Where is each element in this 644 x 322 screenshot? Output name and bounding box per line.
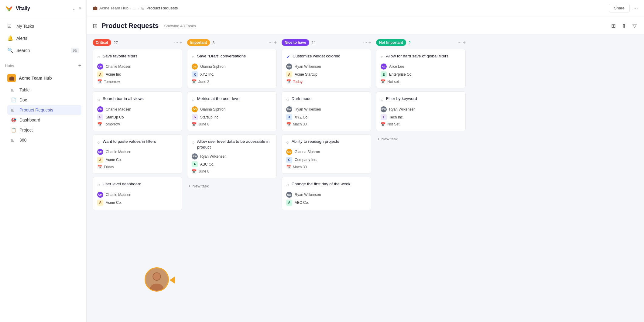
hub-name: Acme Team Hub xyxy=(19,76,52,80)
card-title: ○ Save "Draft" conversations xyxy=(192,53,272,60)
column-more-nice-to-have[interactable]: ··· xyxy=(363,40,367,45)
table-row[interactable]: ○ Ability to reassign projects GS Gianna… xyxy=(282,134,371,174)
table-row[interactable]: ○ Want to paste values in filters CM Cha… xyxy=(93,134,182,174)
card-person: GS Gianna Siphron xyxy=(192,63,272,70)
person-avatar: GS xyxy=(192,63,198,70)
column-more-not-important[interactable]: ··· xyxy=(457,40,461,45)
sidebar-item-alerts[interactable]: 🔔 Alerts xyxy=(2,32,84,44)
column-more-important[interactable]: ··· xyxy=(269,40,272,45)
company-name: StartUp Co xyxy=(106,115,124,119)
table-row[interactable]: ○ Save "Draft" conversations GS Gianna S… xyxy=(187,49,277,88)
person-name: Charlie Madsen xyxy=(106,193,131,197)
export-button[interactable]: ⬆ xyxy=(621,21,628,30)
company-icon: A xyxy=(286,200,292,206)
card-company: X XYZ Inc. xyxy=(192,71,272,77)
breadcrumb-sep1: / xyxy=(130,6,132,10)
table-row[interactable]: ○ Search bar in all views CM Charlie Mad… xyxy=(93,91,182,131)
card-date: 📅 June 8 xyxy=(192,169,272,174)
subnav-item-360[interactable]: ⊞ 360 xyxy=(7,135,81,145)
table-row[interactable]: ○ Save favorite filters CM Charlie Madse… xyxy=(93,49,182,88)
collapse-button[interactable]: ⌄ xyxy=(72,6,76,12)
breadcrumb-ellipsis[interactable]: ... xyxy=(133,6,136,10)
card-person: CM Charlie Madsen xyxy=(97,63,178,70)
hub-subnav: ⊞ Table 📄 Doc ⊞ Product Requests 🎯 Dashb… xyxy=(7,85,81,145)
date-value: June 2 xyxy=(198,80,209,84)
hub-item-acme[interactable]: 💼 Acme Team Hub xyxy=(5,71,81,85)
person-avatar: GS xyxy=(192,106,198,112)
check-icon: ○ xyxy=(192,96,195,103)
close-sidebar-button[interactable]: × xyxy=(79,6,81,12)
column-header-nice-to-have: Nice to have 11 ··· + xyxy=(282,39,371,46)
filter-button[interactable]: ▽ xyxy=(631,21,638,30)
hub-icon: 💼 xyxy=(7,74,16,82)
table-row[interactable]: ○ Allow for hard save of global filters … xyxy=(376,49,466,88)
column-add-not-important[interactable]: + xyxy=(463,40,466,45)
card-date: 📅 Today xyxy=(286,79,367,84)
sidebar-item-my-tasks[interactable]: ☑ My Tasks xyxy=(2,20,84,32)
table-row[interactable]: ✔ Customize widget coloring RW Ryan Wilk… xyxy=(282,49,371,88)
subnav-item-doc[interactable]: 📄 Doc xyxy=(7,95,81,105)
person-avatar: RW xyxy=(286,192,292,198)
hubs-header: Hubs + xyxy=(5,61,81,71)
hubs-label: Hubs xyxy=(5,63,14,68)
table-row[interactable]: ○ Filter by keyword RW Ryan Wilkensen T … xyxy=(376,91,466,131)
subnav-item-dashboard[interactable]: 🎯 Dashboard xyxy=(7,115,81,125)
subnav-item-product-requests[interactable]: ⊞ Product Requests xyxy=(7,105,81,115)
subnav-item-project[interactable]: 📋 Project xyxy=(7,125,81,135)
calendar-icon: 📅 xyxy=(192,122,197,127)
check-icon: ○ xyxy=(286,139,289,146)
cards-area-not-important: ○ Allow for hard save of global filters … xyxy=(376,49,466,146)
table-row[interactable]: ○ Metrics at the user level GS Gianna Si… xyxy=(187,91,277,131)
subnav-item-table[interactable]: ⊞ Table xyxy=(7,85,81,95)
check-icon: ○ xyxy=(97,96,100,103)
more-options-button[interactable]: ··· xyxy=(633,5,638,11)
card-meta: RW Ryan Wilkensen A Acme StartUp 📅 Today xyxy=(286,63,367,84)
plus-icon: + xyxy=(377,137,380,141)
card-meta: RW Ryan Wilkensen X XYZ Co. 📅 Mach 30 xyxy=(286,106,367,127)
calendar-icon: 📅 xyxy=(381,122,385,127)
breadcrumb-hub[interactable]: Acme Team Hub xyxy=(99,6,128,10)
table-row[interactable]: ○ Dark mode RW Ryan Wilkensen X XYZ Co. … xyxy=(282,91,371,131)
card-date: 📅 Friday xyxy=(97,165,178,169)
date-value: Tomorrow xyxy=(104,80,120,84)
check-icon: ○ xyxy=(192,139,195,146)
column-header-important: Important 3 ··· + xyxy=(187,39,277,46)
nav-label-alerts: Alerts xyxy=(16,36,27,41)
column-not-important: Not Important 2 ··· + ○ Allow for hard s… xyxy=(376,39,466,317)
company-name: XYZ Inc. xyxy=(200,72,214,77)
card-company: A ABC Co. xyxy=(286,200,367,206)
table-row[interactable]: ○ User level dashboard CM Charlie Madsen… xyxy=(93,177,182,210)
svg-rect-0 xyxy=(5,4,13,13)
card-meta: GS Gianna Siphron X XYZ Inc. 📅 June 2 xyxy=(192,63,272,84)
new-task-button[interactable]: + New task xyxy=(187,181,277,191)
table-row[interactable]: ○ Change the first day of the week RW Ry… xyxy=(282,177,371,210)
person-avatar: RW xyxy=(381,106,387,112)
column-add-critical[interactable]: + xyxy=(180,40,182,45)
column-add-nice-to-have[interactable]: + xyxy=(368,40,371,45)
subnav-label-product-requests: Product Requests xyxy=(19,108,53,112)
table-row[interactable]: ○ Allow user level data to be accessible… xyxy=(187,134,277,178)
sidebar-item-search[interactable]: 🔍 Search ⌘/ xyxy=(2,44,84,56)
app-logo: Vitally xyxy=(5,4,30,13)
subnav-label-360: 360 xyxy=(19,138,26,142)
breadcrumb-current[interactable]: Product Requests xyxy=(146,6,178,10)
subnav-label-project: Project xyxy=(19,128,33,132)
add-hub-button[interactable]: + xyxy=(78,63,81,69)
new-task-button[interactable]: + New task xyxy=(376,134,466,144)
column-add-important[interactable]: + xyxy=(274,40,277,45)
card-meta: RW Ryan Wilkensen A ABC Co. xyxy=(286,192,367,206)
company-icon: E xyxy=(381,71,387,77)
check-icon: ○ xyxy=(97,54,100,60)
card-meta: GS Gianna Siphron S StartUp Inc. 📅 June … xyxy=(192,106,272,127)
card-title: ○ Change the first day of the week xyxy=(286,181,367,188)
share-button[interactable]: Share xyxy=(609,4,630,12)
calendar-icon: 📅 xyxy=(97,165,102,169)
person-name: Ryan Wilkensen xyxy=(389,107,416,111)
board-view-button[interactable]: ⊞ xyxy=(610,21,617,30)
check-icon: ○ xyxy=(286,96,289,103)
person-name: Ryan Wilkensen xyxy=(295,64,321,69)
column-more-critical[interactable]: ··· xyxy=(174,40,178,45)
calendar-icon: 📅 xyxy=(286,165,291,169)
company-name: Tech Inc. xyxy=(389,115,404,119)
card-company: E Enterprise Co. xyxy=(381,71,461,77)
